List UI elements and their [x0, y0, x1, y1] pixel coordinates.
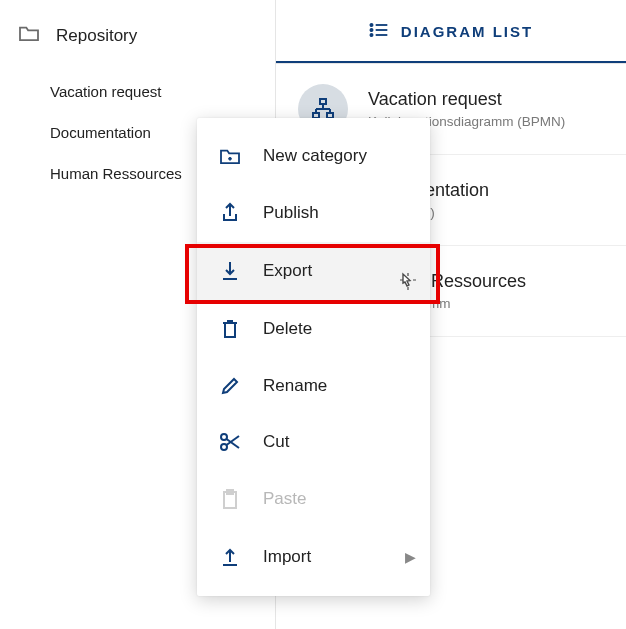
- menu-item-delete[interactable]: Delete: [197, 300, 430, 358]
- menu-item-rename[interactable]: Rename: [197, 358, 430, 414]
- diagram-title: Vacation request: [368, 89, 565, 110]
- sidebar-header: Repository: [0, 16, 275, 71]
- menu-item-label: New category: [263, 146, 367, 166]
- folder-icon: [18, 24, 40, 47]
- tab-label: DIAGRAM LIST: [401, 23, 533, 40]
- tabs: DIAGRAM LIST: [276, 0, 626, 64]
- pencil-icon: [219, 376, 241, 396]
- list-icon: [369, 22, 389, 41]
- clipboard-icon: [219, 488, 241, 510]
- svg-rect-6: [320, 99, 326, 104]
- sidebar-item-vacation-request[interactable]: Vacation request: [50, 71, 275, 112]
- folder-plus-icon: [219, 147, 241, 165]
- svg-point-2: [370, 29, 372, 31]
- menu-item-label: Paste: [263, 489, 306, 509]
- menu-item-label: Export: [263, 261, 312, 281]
- sidebar-title: Repository: [56, 26, 137, 46]
- menu-item-export[interactable]: Export: [197, 242, 430, 300]
- menu-item-label: Cut: [263, 432, 289, 452]
- svg-point-34: [221, 444, 227, 450]
- chevron-right-icon: ▶: [405, 549, 416, 565]
- menu-item-import[interactable]: Import ▶: [197, 528, 430, 586]
- menu-item-publish[interactable]: Publish: [197, 184, 430, 242]
- upload-icon: [219, 546, 241, 568]
- menu-item-label: Publish: [263, 203, 319, 223]
- download-icon: [219, 260, 241, 282]
- menu-item-cut[interactable]: Cut: [197, 414, 430, 470]
- menu-item-label: Import: [263, 547, 311, 567]
- tab-diagram-list[interactable]: DIAGRAM LIST: [276, 0, 626, 63]
- svg-point-4: [370, 34, 372, 36]
- publish-icon: [219, 202, 241, 224]
- scissors-icon: [219, 432, 241, 452]
- trash-icon: [219, 318, 241, 340]
- menu-item-label: Delete: [263, 319, 312, 339]
- svg-point-33: [221, 434, 227, 440]
- context-menu: New category Publish Export Delete: [197, 118, 430, 596]
- svg-point-0: [370, 24, 372, 26]
- menu-item-label: Rename: [263, 376, 327, 396]
- menu-item-paste: Paste: [197, 470, 430, 528]
- menu-item-new-category[interactable]: New category: [197, 128, 430, 184]
